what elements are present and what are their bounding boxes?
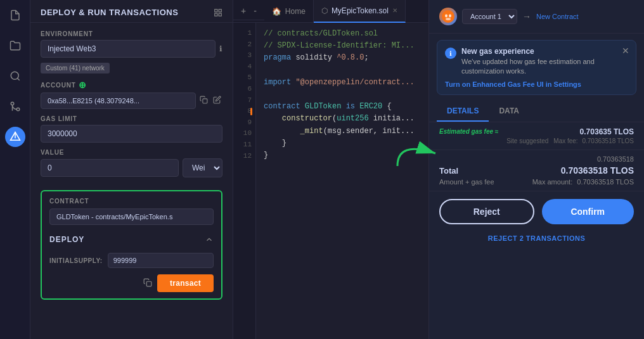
tab-sol-label: MyEpicToken.sol [332,6,389,15]
total-main-value: 0.70363518 TLOS [561,165,634,176]
svg-rect-11 [146,281,151,286]
supply-input[interactable] [108,253,214,268]
tab-home[interactable]: 🏠 Home [264,0,314,23]
left-panel: DEPLOY & RUN TRANSACTIONS ENVIRONMENT In… [30,0,233,339]
info-circle-icon: ℹ [445,48,456,59]
panel-header: DEPLOY & RUN TRANSACTIONS [30,0,233,23]
account-add-icon[interactable]: ⊕ [79,80,87,90]
confirm-button[interactable]: Confirm [542,199,634,224]
gas-banner-header: ℹ New gas experience We've updated how g… [445,47,628,77]
mm-avatar [439,8,457,25]
total-values: 0.70363518 TLOS [561,165,634,176]
sidebar [0,0,30,339]
amount-row: Amount + gas fee Max amount: 0.70363518 … [439,178,634,186]
value-input[interactable] [41,159,179,177]
total-row: Total 0.70363518 TLOS [439,165,634,176]
network-badge: Custom (41) network [41,63,110,74]
contract-select[interactable]: GLDToken - contracts/MyEpicToken.s [49,208,214,225]
fee-subrow: Site suggested Max fee: 0.70363518 TLOS [439,138,634,144]
deploy-copy-button[interactable] [143,278,152,289]
tab-home-label: Home [285,7,306,16]
gas-banner-title: New gas experience [461,47,628,56]
environment-select[interactable]: Injected Web3 [41,40,216,58]
sidebar-icon-ethereum[interactable] [5,127,25,147]
gas-limit-label: GAS LIMIT [41,115,222,122]
contract-section: CONTRACT GLDToken - contracts/MyEpicToke… [41,190,222,300]
menu-icon[interactable] [214,8,222,17]
gas-banner-text: We've updated how gas fee estimation and… [461,57,628,77]
home-icon: 🏠 [272,7,281,16]
account-row: 0xa58...E8215 (48.3079248... [41,93,222,109]
mm-account-select[interactable]: Account 1 [462,9,517,24]
zoom-in-button[interactable]: + [238,4,248,17]
sol-icon: ⬡ [321,6,328,15]
svg-point-17 [445,15,448,18]
svg-line-1 [17,78,19,80]
svg-point-19 [446,18,451,20]
svg-rect-9 [215,13,217,16]
deploy-chevron-icon[interactable] [205,235,214,244]
contract-label: CONTRACT [49,198,214,205]
gas-limit-section: GAS LIMIT [41,115,222,143]
svg-rect-10 [203,99,207,103]
metamask-overlay: Account 1 → New Contract ✕ ℹ New gas exp… [428,0,644,339]
environment-label: ENVIRONMENT [41,30,222,37]
mm-tab-details[interactable]: DETAILS [437,101,489,122]
zoom-out-button[interactable]: - [251,4,259,17]
account-select[interactable]: 0xa58...E8215 (48.3079248... [41,93,196,109]
account-copy-button[interactable] [198,94,209,107]
svg-rect-7 [219,9,221,11]
unit-select[interactable]: Wei [183,158,222,177]
mm-header: Account 1 → New Contract [429,0,644,34]
max-fee-label: Max fee: 0.70363518 TLOS [553,138,634,144]
tab-close-icon[interactable]: ✕ [392,7,397,14]
supply-row: INITIALSUPPLY: [49,253,214,268]
value-row: Wei [41,158,222,177]
sidebar-icon-folder[interactable] [5,35,25,56]
transact-button[interactable]: transact [157,274,214,292]
supply-label: INITIALSUPPLY: [49,257,103,264]
deploy-title: DEPLOY [49,235,84,244]
mm-tabs: DETAILS DATA [429,101,644,122]
total-sub-value: 0.70363518 [439,155,634,163]
mm-new-contract-link[interactable]: New Contract [536,13,579,20]
sidebar-icon-search[interactable] [5,66,25,86]
main-area: + - 🏠 Home ⬡ MyEpicToken.sol ✕ [233,0,644,339]
panel-content: ENVIRONMENT Injected Web3 ℹ Custom (41) … [30,23,233,185]
estimated-fee-value: 0.703635 TLOS [580,127,634,136]
green-arrow [391,134,442,175]
max-amount-value: Max amount: 0.70363518 TLOS [532,178,634,186]
environment-info-icon[interactable]: ℹ [219,44,222,53]
total-label: Total [439,166,458,176]
mm-tab-data[interactable]: DATA [489,101,529,122]
mm-arrow-icon: → [522,11,531,22]
estimated-fee-row: Estimated gas fee ≈ 0.703635 TLOS [439,127,634,136]
gas-banner-link[interactable]: Turn on Enhanced Gas Fee UI in Settings [445,80,628,88]
svg-point-3 [11,102,14,105]
account-section: ACCOUNT ⊕ 0xa58...E8215 (48.3079248... [41,80,222,109]
total-section: 0.70363518 Total 0.70363518 TLOS Amount … [429,150,644,191]
tab-myepictoken[interactable]: ⬡ MyEpicToken.sol ✕ [314,0,406,23]
account-edit-button[interactable] [212,94,222,107]
svg-point-2 [16,108,20,111]
estimated-fee-label: Estimated gas fee ≈ [439,128,498,135]
value-section: VALUE Wei [41,149,222,177]
reject-button[interactable]: Reject [439,199,534,224]
line-numbers: 1 2 3 4 5 6 7 8 9 10 11 12 [233,23,256,339]
environment-wrapper: Injected Web3 ℹ [41,40,222,58]
gas-limit-input[interactable] [41,125,222,143]
site-suggested-label: Site suggested [506,138,548,144]
gas-banner-content: New gas experience We've updated how gas… [461,47,628,77]
account-label: ACCOUNT ⊕ [41,80,222,90]
gas-banner-close-button[interactable]: ✕ [622,46,629,56]
svg-point-0 [11,72,18,79]
editor-toolbar: + - [233,2,264,20]
environment-section: ENVIRONMENT Injected Web3 ℹ Custom (41) … [41,30,222,74]
sidebar-icon-file[interactable] [5,5,25,25]
reject-all-link[interactable]: REJECT 2 TRANSACTIONS [429,232,644,248]
panel-title: DEPLOY & RUN TRANSACTIONS [41,8,178,17]
svg-point-16 [442,10,454,23]
sidebar-icon-git[interactable] [5,96,25,117]
svg-rect-6 [215,9,217,11]
deploy-header: DEPLOY [49,231,214,248]
